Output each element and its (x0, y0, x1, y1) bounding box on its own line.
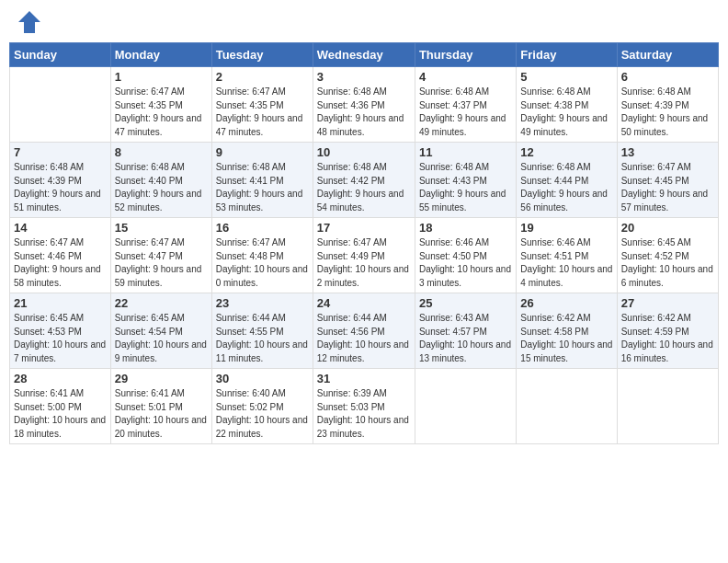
day-number: 26 (520, 296, 612, 310)
calendar-cell: 31Sunrise: 6:39 AM Sunset: 5:03 PM Dayli… (313, 369, 415, 444)
day-info: Sunrise: 6:47 AM Sunset: 4:45 PM Dayligh… (621, 161, 714, 214)
calendar-cell: 23Sunrise: 6:44 AM Sunset: 4:55 PM Dayli… (211, 293, 313, 369)
calendar-cell: 15Sunrise: 6:47 AM Sunset: 4:47 PM Dayli… (110, 218, 211, 293)
calendar-body: 1Sunrise: 6:47 AM Sunset: 4:35 PM Daylig… (10, 67, 719, 444)
day-info: Sunrise: 6:47 AM Sunset: 4:35 PM Dayligh… (216, 86, 309, 139)
calendar-cell: 11Sunrise: 6:48 AM Sunset: 4:43 PM Dayli… (415, 143, 516, 218)
page: SundayMondayTuesdayWednesdayThursdayFrid… (0, 0, 728, 454)
day-info: Sunrise: 6:46 AM Sunset: 4:50 PM Dayligh… (419, 236, 512, 290)
calendar-cell: 19Sunrise: 6:46 AM Sunset: 4:51 PM Dayli… (517, 218, 617, 293)
day-number: 25 (419, 296, 512, 310)
logo (13, 9, 42, 35)
day-number: 14 (14, 221, 107, 235)
day-number: 5 (520, 70, 612, 84)
day-number: 31 (317, 372, 411, 385)
calendar-cell: 9Sunrise: 6:48 AM Sunset: 4:41 PM Daylig… (211, 143, 313, 218)
week-row-1: 1Sunrise: 6:47 AM Sunset: 4:35 PM Daylig… (10, 67, 719, 143)
day-number: 7 (14, 145, 107, 159)
day-info: Sunrise: 6:48 AM Sunset: 4:39 PM Dayligh… (14, 161, 107, 214)
calendar-cell: 20Sunrise: 6:45 AM Sunset: 4:52 PM Dayli… (617, 218, 718, 293)
day-number: 30 (216, 372, 309, 385)
day-number: 13 (621, 145, 714, 159)
day-info: Sunrise: 6:41 AM Sunset: 5:00 PM Dayligh… (14, 387, 107, 441)
day-number: 1 (115, 70, 208, 84)
day-number: 24 (317, 296, 411, 310)
day-header-wednesday: Wednesday (313, 43, 415, 67)
calendar-cell: 6Sunrise: 6:48 AM Sunset: 4:39 PM Daylig… (617, 67, 718, 143)
day-info: Sunrise: 6:46 AM Sunset: 4:51 PM Dayligh… (520, 236, 612, 290)
calendar-cell: 5Sunrise: 6:48 AM Sunset: 4:38 PM Daylig… (517, 67, 617, 143)
day-info: Sunrise: 6:45 AM Sunset: 4:54 PM Dayligh… (115, 312, 208, 365)
day-number: 28 (14, 372, 107, 385)
calendar-table: SundayMondayTuesdayWednesdayThursdayFrid… (9, 42, 719, 444)
day-info: Sunrise: 6:41 AM Sunset: 5:01 PM Dayligh… (115, 387, 208, 441)
header-row: SundayMondayTuesdayWednesdayThursdayFrid… (10, 43, 719, 67)
week-row-5: 28Sunrise: 6:41 AM Sunset: 5:00 PM Dayli… (10, 369, 719, 444)
day-header-friday: Friday (517, 43, 617, 67)
calendar-cell: 18Sunrise: 6:46 AM Sunset: 4:50 PM Dayli… (415, 218, 516, 293)
calendar-cell: 27Sunrise: 6:42 AM Sunset: 4:59 PM Dayli… (617, 293, 718, 369)
day-info: Sunrise: 6:47 AM Sunset: 4:35 PM Dayligh… (115, 86, 208, 139)
calendar-cell (10, 67, 111, 143)
day-info: Sunrise: 6:48 AM Sunset: 4:37 PM Dayligh… (419, 86, 512, 139)
calendar-cell: 28Sunrise: 6:41 AM Sunset: 5:00 PM Dayli… (10, 369, 111, 444)
day-header-thursday: Thursday (415, 43, 516, 67)
day-number: 16 (216, 221, 309, 235)
day-info: Sunrise: 6:47 AM Sunset: 4:48 PM Dayligh… (216, 236, 309, 290)
day-number: 22 (115, 296, 208, 310)
day-info: Sunrise: 6:48 AM Sunset: 4:43 PM Dayligh… (419, 161, 512, 214)
calendar-cell: 1Sunrise: 6:47 AM Sunset: 4:35 PM Daylig… (110, 67, 211, 143)
day-info: Sunrise: 6:40 AM Sunset: 5:02 PM Dayligh… (216, 387, 309, 441)
calendar-cell: 25Sunrise: 6:43 AM Sunset: 4:57 PM Dayli… (415, 293, 516, 369)
day-info: Sunrise: 6:47 AM Sunset: 4:46 PM Dayligh… (14, 236, 107, 290)
calendar-cell: 8Sunrise: 6:48 AM Sunset: 4:40 PM Daylig… (110, 143, 211, 218)
calendar-cell: 17Sunrise: 6:47 AM Sunset: 4:49 PM Dayli… (313, 218, 415, 293)
day-header-monday: Monday (110, 43, 211, 67)
day-info: Sunrise: 6:47 AM Sunset: 4:49 PM Dayligh… (317, 236, 411, 290)
calendar-cell: 24Sunrise: 6:44 AM Sunset: 4:56 PM Dayli… (313, 293, 415, 369)
svg-marker-0 (18, 11, 40, 33)
day-number: 19 (520, 221, 612, 235)
day-number: 8 (115, 145, 208, 159)
calendar-cell: 7Sunrise: 6:48 AM Sunset: 4:39 PM Daylig… (10, 143, 111, 218)
day-number: 4 (419, 70, 512, 84)
day-number: 20 (621, 221, 714, 235)
logo-icon (17, 9, 42, 35)
week-row-2: 7Sunrise: 6:48 AM Sunset: 4:39 PM Daylig… (10, 143, 719, 218)
header (9, 9, 719, 35)
day-info: Sunrise: 6:42 AM Sunset: 4:58 PM Dayligh… (520, 312, 612, 365)
day-number: 17 (317, 221, 411, 235)
day-number: 21 (14, 296, 107, 310)
day-info: Sunrise: 6:43 AM Sunset: 4:57 PM Dayligh… (419, 312, 512, 365)
calendar-cell: 3Sunrise: 6:48 AM Sunset: 4:36 PM Daylig… (313, 67, 415, 143)
calendar-cell: 10Sunrise: 6:48 AM Sunset: 4:42 PM Dayli… (313, 143, 415, 218)
day-info: Sunrise: 6:44 AM Sunset: 4:55 PM Dayligh… (216, 312, 309, 365)
calendar-cell: 13Sunrise: 6:47 AM Sunset: 4:45 PM Dayli… (617, 143, 718, 218)
day-number: 27 (621, 296, 714, 310)
day-info: Sunrise: 6:45 AM Sunset: 4:53 PM Dayligh… (14, 312, 107, 365)
calendar-cell: 21Sunrise: 6:45 AM Sunset: 4:53 PM Dayli… (10, 293, 111, 369)
calendar-cell: 12Sunrise: 6:48 AM Sunset: 4:44 PM Dayli… (517, 143, 617, 218)
calendar-cell: 26Sunrise: 6:42 AM Sunset: 4:58 PM Dayli… (517, 293, 617, 369)
day-header-saturday: Saturday (617, 43, 718, 67)
day-info: Sunrise: 6:48 AM Sunset: 4:42 PM Dayligh… (317, 161, 411, 214)
day-info: Sunrise: 6:48 AM Sunset: 4:44 PM Dayligh… (520, 161, 612, 214)
day-number: 6 (621, 70, 714, 84)
calendar-cell (517, 369, 617, 444)
day-number: 2 (216, 70, 309, 84)
day-number: 18 (419, 221, 512, 235)
calendar-cell: 4Sunrise: 6:48 AM Sunset: 4:37 PM Daylig… (415, 67, 516, 143)
calendar-cell: 29Sunrise: 6:41 AM Sunset: 5:01 PM Dayli… (110, 369, 211, 444)
day-info: Sunrise: 6:42 AM Sunset: 4:59 PM Dayligh… (621, 312, 714, 365)
day-number: 11 (419, 145, 512, 159)
day-number: 10 (317, 145, 411, 159)
day-info: Sunrise: 6:48 AM Sunset: 4:36 PM Dayligh… (317, 86, 411, 139)
calendar-cell (617, 369, 718, 444)
week-row-4: 21Sunrise: 6:45 AM Sunset: 4:53 PM Dayli… (10, 293, 719, 369)
day-info: Sunrise: 6:44 AM Sunset: 4:56 PM Dayligh… (317, 312, 411, 365)
day-info: Sunrise: 6:48 AM Sunset: 4:39 PM Dayligh… (621, 86, 714, 139)
calendar-cell: 30Sunrise: 6:40 AM Sunset: 5:02 PM Dayli… (211, 369, 313, 444)
day-info: Sunrise: 6:48 AM Sunset: 4:41 PM Dayligh… (216, 161, 309, 214)
day-info: Sunrise: 6:45 AM Sunset: 4:52 PM Dayligh… (621, 236, 714, 290)
day-header-sunday: Sunday (10, 43, 111, 67)
